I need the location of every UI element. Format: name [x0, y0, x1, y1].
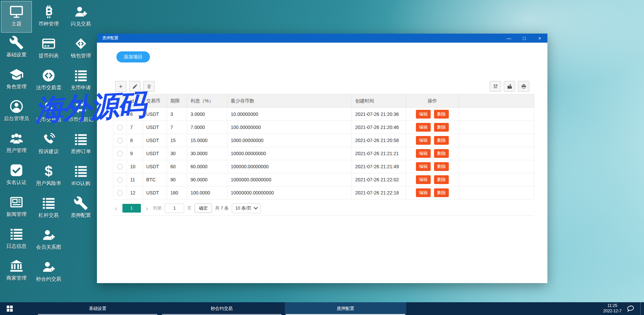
add-project-button[interactable]: 添加项目 [116, 51, 150, 62]
row-radio[interactable] [117, 111, 123, 117]
cell-filler [459, 173, 534, 186]
desktop-icon-label: 钱包管理 [71, 53, 91, 59]
delete-button[interactable]: 删除 [434, 175, 449, 184]
row-radio[interactable] [117, 190, 123, 196]
taskbar-item-label: 质押配置 [337, 306, 354, 312]
desktop-icon-商家管理[interactable]: 商家管理 [1, 256, 32, 287]
column-header: 最少存币数 [227, 94, 352, 108]
desktop-icon-提币列表[interactable]: 提币列表 [34, 33, 64, 65]
desktop-icon-label: 法币交易信 [36, 117, 61, 123]
taskbar-item-质押配置[interactable]: 质押配置 [285, 302, 406, 315]
delete-button[interactable]: 删除 [434, 162, 449, 171]
list-icon [41, 195, 56, 211]
row-radio[interactable] [117, 125, 123, 130]
monitor-icon [9, 4, 24, 19]
minimize-button[interactable]: — [501, 34, 517, 43]
goto-page-input[interactable] [165, 204, 184, 213]
taskbar-item-label: 秒合约交易 [211, 306, 233, 312]
desktop-icon-钱包管理[interactable]: 钱包管理 [66, 33, 96, 65]
delete-button[interactable]: 删除 [434, 136, 449, 145]
desktop-icon-新闻管理[interactable]: 新闻管理 [1, 192, 32, 224]
desktop-icon-label: 质押订单 [71, 148, 91, 155]
desktop-icon-币种管理[interactable]: 币种管理 [34, 1, 64, 33]
show-desktop-strip[interactable] [640, 302, 644, 315]
delete-button[interactable]: 删除 [434, 110, 449, 119]
current-page-button[interactable]: 1 [122, 204, 141, 213]
desktop-icon-label: 后台管理员 [4, 116, 29, 122]
users-icon [9, 131, 24, 146]
desktop-icon-grid: 主题基础设置角色管理后台管理员用户管理实名认证新闻管理日志信息商家管理币种管理提… [1, 1, 96, 288]
desktop-icon-IEO认购[interactable]: IEO认购 [66, 161, 96, 193]
cell-id: 11 [127, 173, 143, 186]
prev-page-icon[interactable]: ‹ [113, 205, 119, 212]
desktop-icon-label: 币种管理 [39, 21, 59, 27]
phone-icon [41, 132, 56, 147]
start-button[interactable] [0, 302, 19, 315]
delete-row-icon [146, 84, 152, 89]
row-radio[interactable] [117, 164, 123, 170]
desktop-icon-闪兑交易[interactable]: 闪兑交易 [66, 1, 96, 33]
chat-bubble-icon[interactable] [626, 304, 635, 313]
edit-button[interactable]: 编辑 [416, 188, 431, 197]
list-icon [73, 132, 89, 147]
dollar-icon: $ [41, 164, 56, 179]
desktop-icon-杠杆交易[interactable]: 杠杆交易 [34, 193, 64, 225]
column-header: 创建时间 [352, 94, 406, 108]
edit-row-button[interactable] [129, 81, 141, 92]
export-button[interactable] [504, 81, 515, 92]
delete-button[interactable]: 删除 [434, 188, 449, 197]
add-row-button[interactable]: + [115, 81, 126, 92]
delete-button[interactable]: 删除 [434, 123, 449, 132]
edit-button[interactable]: 编辑 [416, 162, 431, 171]
confirm-page-button[interactable]: 确定 [195, 204, 212, 213]
desktop-icon-秒合约交易[interactable]: 秒合约交易 [34, 257, 64, 288]
cell-term: 30 [167, 147, 187, 160]
edit-button[interactable]: 编辑 [416, 136, 431, 145]
row-radio[interactable] [117, 151, 123, 156]
desktop-icon-实名认证[interactable]: 实名认证 [1, 160, 32, 192]
cell-coin: USDT [143, 160, 167, 173]
columns-button[interactable] [490, 81, 501, 92]
taskbar-item-label: 基础设置 [89, 306, 106, 312]
pledge-table: id交易币期限利息（%）最少存币数创建时间操作 6USDT33.000010.0… [113, 94, 534, 199]
desktop-icon-后台管理员[interactable]: 后台管理员 [1, 96, 32, 128]
desktop-icon-用户管理[interactable]: 用户管理 [1, 128, 32, 160]
table-row: 8USDT1515.00001000.000000002021-07-26 21… [113, 134, 534, 147]
edit-button[interactable]: 编辑 [416, 175, 431, 184]
row-radio[interactable] [117, 138, 123, 143]
desktop-icon-日志信息[interactable]: 日志信息 [1, 224, 32, 256]
maximize-button[interactable]: □ [517, 34, 532, 43]
desktop-icon-充币申请[interactable]: 充币申请 [66, 65, 96, 97]
cell-id: 10 [127, 160, 143, 173]
desktop-icon-法币交易需[interactable]: 法币交易需 [34, 65, 64, 97]
column-header: 操作 [406, 94, 459, 108]
column-header: 利息（%） [187, 94, 227, 108]
close-button[interactable]: × [532, 34, 547, 43]
graduation-cap-icon [9, 67, 24, 82]
taskbar-clock[interactable]: 11:25 2022-12-7 [603, 303, 622, 314]
desktop-icon-角色管理[interactable]: 角色管理 [1, 64, 32, 96]
desktop-icon-币币交易记[interactable]: 币币交易记 [66, 97, 96, 129]
delete-button[interactable]: 删除 [434, 149, 449, 158]
desktop-icon-基础设置[interactable]: 基础设置 [1, 32, 32, 64]
desktop-icon-法币交易信[interactable]: $法币交易信 [34, 97, 64, 129]
row-radio[interactable] [117, 177, 123, 183]
print-button[interactable] [518, 81, 529, 92]
desktop-icon-质押配置[interactable]: 质押配置 [66, 193, 96, 225]
desktop-icon-主题[interactable]: 主题 [1, 1, 32, 32]
page-size-select[interactable]: 10 条/页 [232, 203, 261, 213]
desktop-icon-会员关系图[interactable]: 会员关系图 [34, 225, 64, 257]
next-page-icon[interactable]: › [144, 205, 150, 212]
desktop-icon-质押订单[interactable]: 质押订单 [66, 129, 96, 161]
edit-button[interactable]: 编辑 [416, 110, 431, 119]
desktop-icon-label: 商家管理 [6, 275, 26, 281]
cell-term: 60 [167, 160, 187, 173]
delete-row-button[interactable] [143, 81, 155, 92]
desktop-icon-用户风险率[interactable]: $用户风险率 [34, 161, 64, 193]
taskbar-item-基础设置[interactable]: 基础设置 [37, 302, 158, 315]
desktop-icon-投诉建议[interactable]: 投诉建议 [34, 129, 64, 161]
edit-row-icon [132, 84, 138, 89]
edit-button[interactable]: 编辑 [416, 149, 431, 158]
edit-button[interactable]: 编辑 [416, 123, 431, 132]
taskbar-item-秒合约交易[interactable]: 秒合约交易 [161, 302, 282, 315]
